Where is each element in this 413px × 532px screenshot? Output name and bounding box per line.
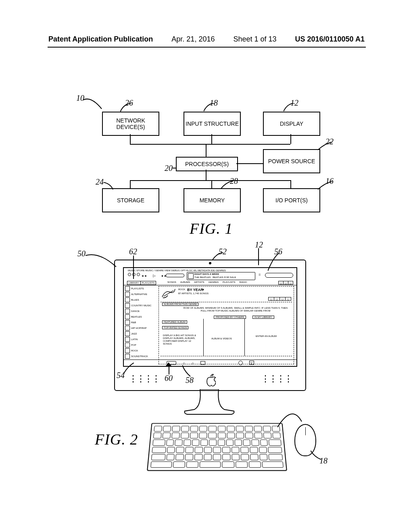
key[interactable]: [184, 440, 191, 446]
keyboard[interactable]: [147, 423, 287, 471]
key[interactable]: [218, 426, 226, 432]
key[interactable]: [181, 426, 189, 432]
key[interactable]: [204, 454, 212, 460]
key[interactable]: [166, 440, 174, 446]
close-icon[interactable]: [128, 273, 131, 276]
btm-box[interactable]: [200, 361, 205, 365]
key[interactable]: [186, 461, 199, 468]
search-icon-2[interactable]: ⌕: [192, 361, 194, 365]
tab-playlists[interactable]: PLAYLISTS: [223, 281, 236, 283]
key[interactable]: [190, 433, 198, 439]
key[interactable]: [259, 447, 267, 453]
key[interactable]: [260, 440, 268, 446]
key[interactable]: [194, 454, 202, 460]
key[interactable]: [236, 461, 248, 468]
key[interactable]: [175, 454, 184, 460]
key[interactable]: [204, 447, 212, 453]
sidebar-item[interactable]: DANCE: [125, 309, 156, 314]
key[interactable]: [263, 426, 271, 432]
sidebar-item[interactable]: SOUNDTRACK: [125, 354, 156, 359]
key[interactable]: [153, 433, 162, 439]
key[interactable]: [209, 440, 216, 446]
key[interactable]: [235, 440, 242, 446]
key[interactable]: [176, 447, 185, 453]
btm-circle[interactable]: [238, 361, 243, 365]
key[interactable]: [175, 440, 182, 446]
key[interactable]: [226, 440, 234, 446]
sidebar-item[interactable]: LATIN: [125, 337, 156, 342]
key[interactable]: [252, 440, 259, 446]
key[interactable]: [245, 433, 253, 439]
key[interactable]: [199, 426, 207, 432]
key[interactable]: [163, 426, 171, 432]
list-icon[interactable]: ☰: [259, 273, 261, 276]
key[interactable]: [172, 426, 180, 432]
sidebar-item[interactable]: BEATLES: [125, 314, 156, 319]
key[interactable]: [250, 447, 258, 453]
chevron-down-icon[interactable]: ▾: [202, 288, 204, 291]
sidebar-item[interactable]: HIP HOP/RAP: [125, 326, 156, 330]
sidebar-item[interactable]: PLAYLISTS: [125, 286, 156, 291]
libtab-0[interactable]: LIBRARY: [127, 281, 141, 285]
key[interactable]: [232, 447, 240, 453]
key[interactable]: [166, 454, 175, 460]
key[interactable]: [171, 433, 180, 439]
key[interactable]: [185, 447, 193, 453]
key[interactable]: [222, 461, 234, 468]
key[interactable]: [254, 433, 263, 439]
key[interactable]: [250, 454, 259, 460]
libtab-1[interactable]: PLAYLISTS: [141, 281, 156, 285]
pill-proposed[interactable]: PROPOSED BY OTHERS: [214, 316, 246, 319]
segmented-right[interactable]: ◻ ◻ ◻: [278, 281, 293, 285]
key[interactable]: [209, 433, 217, 439]
key[interactable]: [200, 461, 221, 468]
key[interactable]: [163, 433, 171, 439]
key[interactable]: [192, 440, 200, 446]
tab-artists[interactable]: ARTISTS: [194, 281, 204, 283]
key[interactable]: [173, 461, 186, 468]
pill-inlib[interactable]: IN MY LIBRARY: [252, 316, 274, 319]
key[interactable]: [185, 454, 194, 460]
sidebar-item[interactable]: ALTERNATIVE: [125, 292, 156, 297]
key[interactable]: [213, 447, 221, 453]
min-icon[interactable]: [132, 273, 136, 276]
key[interactable]: [152, 440, 165, 446]
key[interactable]: [152, 447, 166, 453]
key[interactable]: [243, 440, 251, 446]
key[interactable]: [259, 454, 268, 460]
key[interactable]: [227, 426, 235, 432]
key[interactable]: [218, 433, 226, 439]
key[interactable]: [190, 426, 198, 432]
key[interactable]: [222, 447, 230, 453]
key[interactable]: [150, 461, 172, 468]
key[interactable]: [263, 433, 272, 439]
zoom-icon[interactable]: [137, 273, 140, 276]
seg-right2[interactable]: ◻ ◻ ◻ ◻: [268, 297, 291, 301]
tab-albums[interactable]: ALBUMS: [180, 281, 190, 283]
library-tabs[interactable]: LIBRARY PLAYLISTS: [127, 281, 156, 285]
key[interactable]: [241, 454, 249, 460]
key[interactable]: [222, 454, 230, 460]
key[interactable]: [236, 433, 244, 439]
volume-slider[interactable]: [166, 274, 184, 277]
key[interactable]: [227, 433, 235, 439]
playback-controls[interactable]: ◂◂ ▷ ▸▸: [142, 274, 167, 278]
btm-down[interactable]: ▿: [249, 361, 254, 365]
key[interactable]: [232, 454, 240, 460]
key[interactable]: [213, 454, 221, 460]
key[interactable]: [240, 447, 248, 453]
key[interactable]: [262, 461, 284, 468]
sidebar-item[interactable]: ROCK: [125, 348, 156, 353]
hdr-year[interactable]: BY YEAR: [187, 288, 203, 292]
sidebar-item[interactable]: JAZZ: [125, 331, 156, 336]
key[interactable]: [151, 454, 166, 460]
tab-songs[interactable]: SONGS: [167, 281, 176, 283]
key[interactable]: [217, 440, 225, 446]
key[interactable]: [200, 440, 208, 446]
key[interactable]: [268, 447, 282, 453]
key[interactable]: [269, 454, 283, 460]
key[interactable]: [154, 426, 162, 432]
sidebar-item[interactable]: COUNTRY MUSIC: [125, 303, 156, 308]
key[interactable]: [236, 426, 244, 432]
tab-genres[interactable]: GENRES: [209, 281, 219, 283]
